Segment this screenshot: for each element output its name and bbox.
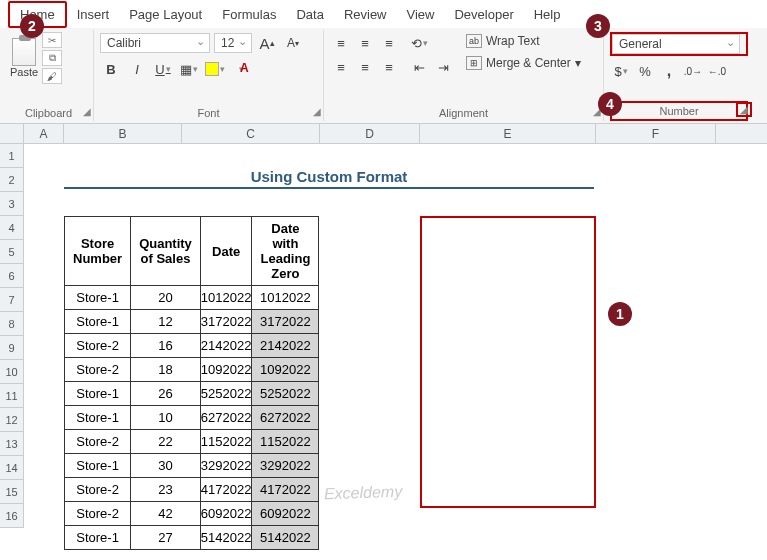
worksheet[interactable]: A B C D E F 12345678910111213141516 Usin… — [0, 124, 767, 528]
cell[interactable]: 6092022 — [200, 502, 252, 526]
cell[interactable]: Store-1 — [65, 310, 131, 334]
row-header[interactable]: 3 — [0, 192, 23, 216]
align-left-button[interactable]: ≡ — [330, 56, 352, 78]
row-header[interactable]: 8 — [0, 312, 23, 336]
col-header[interactable]: B — [64, 124, 182, 143]
cell[interactable]: 4172022 — [252, 478, 319, 502]
cell[interactable]: Store-1 — [65, 454, 131, 478]
col-header[interactable]: A — [24, 124, 64, 143]
tab-view[interactable]: View — [397, 3, 445, 26]
cell[interactable]: 1012022 — [252, 286, 319, 310]
row-header[interactable]: 4 — [0, 216, 23, 240]
col-header[interactable]: E — [420, 124, 596, 143]
cell[interactable]: Store-2 — [65, 502, 131, 526]
bold-button[interactable]: B — [100, 58, 122, 80]
row-header[interactable]: 16 — [0, 504, 23, 528]
tab-page-layout[interactable]: Page Layout — [119, 3, 212, 26]
number-launcher-icon[interactable]: ◢ — [736, 102, 752, 117]
increase-font-button[interactable]: A▴ — [256, 32, 278, 54]
merge-center-button[interactable]: ⊞Merge & Center▾ — [462, 54, 585, 72]
cell[interactable]: 30 — [131, 454, 201, 478]
wrap-text-button[interactable]: abWrap Text — [462, 32, 585, 50]
cell[interactable]: 6092022 — [252, 502, 319, 526]
cut-button[interactable]: ✂ — [42, 32, 62, 48]
italic-button[interactable]: I — [126, 58, 148, 80]
font-name-combo[interactable]: Calibri — [100, 33, 210, 53]
fill-color-button[interactable]: ▾ — [204, 58, 226, 80]
cell[interactable]: Store-1 — [65, 382, 131, 406]
cell[interactable]: 1152022 — [200, 430, 252, 454]
cell[interactable]: 18 — [131, 358, 201, 382]
underline-button[interactable]: U▾ — [152, 58, 174, 80]
cell[interactable]: 1092022 — [200, 358, 252, 382]
font-color-button[interactable]: ▾ — [230, 58, 252, 80]
row-header[interactable]: 9 — [0, 336, 23, 360]
row-header[interactable]: 5 — [0, 240, 23, 264]
currency-button[interactable]: $▾ — [610, 60, 632, 82]
cell[interactable]: 12 — [131, 310, 201, 334]
cell[interactable]: 6272022 — [252, 406, 319, 430]
cell[interactable]: 1012022 — [200, 286, 252, 310]
increase-decimal-button[interactable]: .0→ — [682, 60, 704, 82]
align-right-button[interactable]: ≡ — [378, 56, 400, 78]
row-header[interactable]: 14 — [0, 456, 23, 480]
cell[interactable]: 3172022 — [200, 310, 252, 334]
font-size-combo[interactable]: 12 — [214, 33, 252, 53]
cell[interactable]: 1092022 — [252, 358, 319, 382]
cell[interactable]: 4172022 — [200, 478, 252, 502]
col-header[interactable]: D — [320, 124, 420, 143]
cell[interactable]: 27 — [131, 526, 201, 550]
cell[interactable]: 5252022 — [200, 382, 252, 406]
tab-data[interactable]: Data — [286, 3, 333, 26]
cell[interactable]: 3292022 — [200, 454, 252, 478]
cell[interactable]: 23 — [131, 478, 201, 502]
row-header[interactable]: 6 — [0, 264, 23, 288]
row-header[interactable]: 1 — [0, 144, 23, 168]
tab-formulas[interactable]: Formulas — [212, 3, 286, 26]
cell[interactable]: Store-2 — [65, 430, 131, 454]
cell[interactable]: 6272022 — [200, 406, 252, 430]
decrease-decimal-button[interactable]: ←.0 — [706, 60, 728, 82]
tab-help[interactable]: Help — [524, 3, 571, 26]
border-button[interactable]: ▦▾ — [178, 58, 200, 80]
cell[interactable]: 3172022 — [252, 310, 319, 334]
copy-button[interactable]: ⧉ — [42, 50, 62, 66]
cell[interactable]: 10 — [131, 406, 201, 430]
row-header[interactable]: 15 — [0, 480, 23, 504]
tab-insert[interactable]: Insert — [67, 3, 120, 26]
clipboard-launcher-icon[interactable]: ◢ — [83, 106, 91, 117]
row-header[interactable]: 13 — [0, 432, 23, 456]
cell[interactable]: 2142022 — [200, 334, 252, 358]
percent-button[interactable]: % — [634, 60, 656, 82]
cell[interactable]: 2142022 — [252, 334, 319, 358]
row-header[interactable]: 11 — [0, 384, 23, 408]
cell[interactable]: Store-2 — [65, 334, 131, 358]
cell[interactable]: 42 — [131, 502, 201, 526]
font-launcher-icon[interactable]: ◢ — [313, 106, 321, 117]
tab-review[interactable]: Review — [334, 3, 397, 26]
cell[interactable]: 3292022 — [252, 454, 319, 478]
row-header[interactable]: 7 — [0, 288, 23, 312]
orientation-button[interactable]: ⟲▾ — [408, 32, 430, 54]
cell[interactable]: 20 — [131, 286, 201, 310]
cell[interactable]: 5142022 — [252, 526, 319, 550]
cell[interactable]: 22 — [131, 430, 201, 454]
cell[interactable]: 5252022 — [252, 382, 319, 406]
align-center-button[interactable]: ≡ — [354, 56, 376, 78]
number-format-combo[interactable]: General — [612, 34, 740, 54]
col-header[interactable]: F — [596, 124, 716, 143]
cell[interactable]: Store-1 — [65, 286, 131, 310]
decrease-indent-button[interactable]: ⇤ — [408, 56, 430, 78]
row-header[interactable]: 12 — [0, 408, 23, 432]
cell[interactable]: Store-2 — [65, 358, 131, 382]
comma-button[interactable]: , — [658, 60, 680, 82]
paste-button[interactable]: Paste — [10, 38, 38, 78]
format-painter-button[interactable]: 🖌 — [42, 68, 62, 84]
row-header[interactable]: 10 — [0, 360, 23, 384]
cell[interactable]: 26 — [131, 382, 201, 406]
row-header[interactable]: 2 — [0, 168, 23, 192]
tab-developer[interactable]: Developer — [444, 3, 523, 26]
decrease-font-button[interactable]: A▾ — [282, 32, 304, 54]
increase-indent-button[interactable]: ⇥ — [432, 56, 454, 78]
cell[interactable]: Store-1 — [65, 526, 131, 550]
